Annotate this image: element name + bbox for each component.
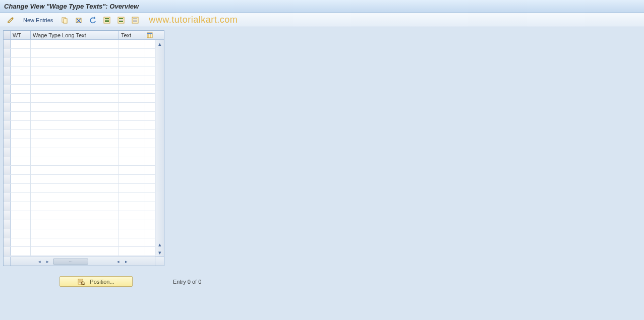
hscroll-left2-button[interactable]: ▸ [44,259,51,264]
cell-text[interactable] [119,49,145,57]
cell-text[interactable] [119,184,145,193]
row-selector[interactable] [4,148,11,157]
cell-wt[interactable] [11,67,31,76]
cell-long-text[interactable] [31,58,119,67]
cell-text[interactable] [119,103,145,111]
scroll-up-button[interactable]: ▴ [155,40,164,48]
cell-wt[interactable] [11,247,31,255]
row-selector[interactable] [4,184,11,193]
hscroll-right-button[interactable]: ◂ [114,259,122,264]
row-selector[interactable] [4,76,11,85]
cell-long-text[interactable] [31,67,119,76]
hscroll-left-button[interactable]: ◂ [36,259,43,264]
undo-change-button[interactable] [87,15,98,25]
cell-text[interactable] [119,85,145,93]
cell-wt[interactable] [11,202,31,211]
row-selector[interactable] [4,130,11,139]
row-selector[interactable] [4,229,11,238]
cell-wt[interactable] [11,175,31,183]
cell-text[interactable] [119,247,145,255]
cell-wt[interactable] [11,139,31,148]
cell-text[interactable] [119,238,145,247]
cell-wt[interactable] [11,94,31,102]
row-selector[interactable] [4,157,11,166]
row-selector[interactable] [4,202,11,211]
cell-long-text[interactable] [31,94,119,102]
cell-long-text[interactable] [31,76,119,85]
delete-button[interactable] [73,15,84,25]
cell-text[interactable] [119,139,145,148]
cell-long-text[interactable] [31,130,119,139]
cell-text[interactable] [119,157,145,166]
copy-as-button[interactable] [59,15,70,25]
column-text[interactable]: Text [119,31,145,39]
cell-wt[interactable] [11,49,31,57]
row-selector[interactable] [4,139,11,148]
select-all-button[interactable] [101,15,112,25]
row-selector[interactable] [4,193,11,202]
row-selector[interactable] [4,211,11,220]
cell-text[interactable] [119,193,145,202]
cell-text[interactable] [119,148,145,157]
row-selector[interactable] [4,112,11,120]
cell-long-text[interactable] [31,139,119,148]
cell-wt[interactable] [11,229,31,238]
cell-wt[interactable] [11,85,31,93]
cell-text[interactable] [119,76,145,85]
cell-long-text[interactable] [31,49,119,57]
cell-long-text[interactable] [31,247,119,255]
cell-text[interactable] [119,202,145,211]
scroll-down-up-button[interactable]: ▴ [155,240,164,248]
column-long-text[interactable]: Wage Type Long Text [31,31,119,39]
cell-wt[interactable] [11,184,31,193]
cell-text[interactable] [119,67,145,76]
cell-long-text[interactable] [31,121,119,130]
cell-text[interactable] [119,121,145,130]
position-button[interactable]: Position... [60,276,133,287]
row-selector[interactable] [4,175,11,183]
cell-long-text[interactable] [31,229,119,238]
cell-wt[interactable] [11,112,31,120]
select-block-button[interactable] [115,15,127,25]
cell-wt[interactable] [11,238,31,247]
cell-wt[interactable] [11,121,31,130]
cell-text[interactable] [119,94,145,102]
cell-long-text[interactable] [31,103,119,111]
cell-long-text[interactable] [31,202,119,211]
toggle-display-change-button[interactable] [5,15,17,25]
new-entries-button[interactable]: New Entries [20,17,56,23]
row-selector[interactable] [4,58,11,67]
cell-wt[interactable] [11,76,31,85]
deselect-all-button[interactable] [130,15,141,25]
cell-long-text[interactable] [31,184,119,193]
cell-text[interactable] [119,175,145,183]
row-selector[interactable] [4,67,11,76]
cell-text[interactable] [119,58,145,67]
cell-long-text[interactable] [31,166,119,174]
cell-text[interactable] [119,40,145,48]
cell-text[interactable] [119,211,145,220]
cell-text[interactable] [119,166,145,174]
cell-text[interactable] [119,112,145,120]
column-wt[interactable]: WT [11,31,31,39]
cell-wt[interactable] [11,40,31,48]
cell-text[interactable] [119,130,145,139]
row-selector[interactable] [4,94,11,102]
row-selector[interactable] [4,121,11,130]
column-selector[interactable] [4,31,11,39]
scroll-down-button[interactable]: ▾ [155,248,164,257]
cell-long-text[interactable] [31,193,119,202]
horizontal-scrollbar[interactable]: ◂ ▸ ⋯ ◂ ▸ [11,257,155,266]
cell-wt[interactable] [11,166,31,174]
cell-wt[interactable] [11,157,31,166]
row-selector[interactable] [4,238,11,247]
cell-long-text[interactable] [31,85,119,93]
cell-wt[interactable] [11,130,31,139]
row-selector[interactable] [4,49,11,57]
cell-wt[interactable] [11,148,31,157]
configure-columns-button[interactable] [145,31,154,39]
cell-long-text[interactable] [31,40,119,48]
row-selector[interactable] [4,40,11,48]
cell-long-text[interactable] [31,175,119,183]
cell-text[interactable] [119,229,145,238]
